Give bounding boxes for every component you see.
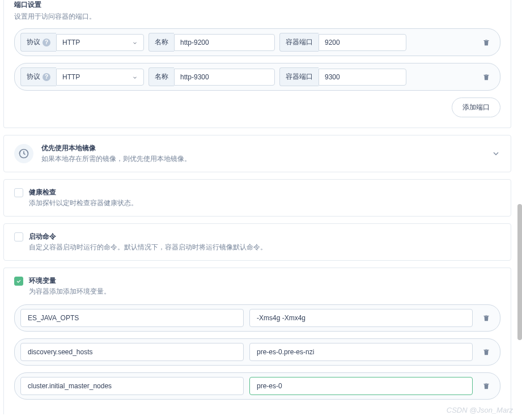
health-check-panel: 健康检查 添加探针以定时检查容器健康状态。 [3,179,511,217]
container-port-label: 容器端口 [279,67,319,86]
scrollbar[interactable] [517,204,522,340]
health-check-title: 健康检查 [29,188,500,197]
env-key-input[interactable] [20,377,244,395]
env-value-input[interactable] [249,343,473,361]
help-icon[interactable]: ? [43,73,50,81]
container-port-label: 容器端口 [279,33,319,52]
local-image-title: 优先使用本地镜像 [41,143,483,153]
startup-cmd-desc: 自定义容器启动时运行的命令。默认情况下，容器启动时将运行镜像默认命令。 [29,243,500,252]
port-row: 协议 ? HTTP 名称 容器端口 [14,28,500,56]
ports-settings-panel: 端口设置 设置用于访问容器的端口。 协议 ? HTTP 名称 容器端口 [3,0,511,128]
chevron-down-icon [132,74,138,80]
startup-cmd-checkbox[interactable] [14,232,23,241]
chevron-down-icon[interactable] [491,149,500,158]
env-var-row [14,338,500,366]
protocol-label: 协议 ? [20,67,56,86]
health-check-checkbox[interactable] [14,188,23,197]
env-key-input[interactable] [20,309,244,327]
port-row: 协议 ? HTTP 名称 容器端口 [14,63,500,91]
ports-desc: 设置用于访问容器的端口。 [14,12,500,22]
local-image-panel[interactable]: 优先使用本地镜像 如果本地存在所需的镜像，则优先使用本地镜像。 [3,135,511,172]
env-vars-title: 环境变量 [29,276,500,286]
clock-icon [14,144,33,163]
startup-cmd-panel: 启动命令 自定义容器启动时运行的命令。默认情况下，容器启动时将运行镜像默认命令。 [3,223,511,261]
env-value-input[interactable] [249,377,473,395]
watermark: CSDN @Json_Marz [447,406,513,414]
name-label: 名称 [148,67,174,86]
container-port-input[interactable] [319,34,406,51]
env-vars-panel: 环境变量 为容器添加添加环境变量。 [3,268,511,414]
protocol-select[interactable]: HTTP [56,34,144,51]
health-check-desc: 添加探针以定时检查容器健康状态。 [29,198,500,208]
chevron-down-icon [132,40,138,45]
add-port-button[interactable]: 添加端口 [452,97,500,117]
protocol-label: 协议 ? [20,33,56,52]
name-label: 名称 [148,33,174,52]
startup-cmd-title: 启动命令 [29,232,500,241]
env-vars-checkbox[interactable] [14,277,23,286]
delete-env-button[interactable] [478,344,494,360]
local-image-desc: 如果本地存在所需的镜像，则优先使用本地镜像。 [41,154,483,164]
help-icon[interactable]: ? [43,39,50,46]
ports-title: 端口设置 [14,0,500,10]
env-var-row [14,372,500,400]
delete-port-button[interactable] [478,69,494,85]
port-name-input[interactable] [174,69,275,86]
protocol-select[interactable]: HTTP [56,69,144,86]
delete-port-button[interactable] [478,35,494,50]
env-key-input[interactable] [20,343,244,361]
env-vars-desc: 为容器添加添加环境变量。 [29,287,500,296]
container-port-input[interactable] [319,69,406,86]
delete-env-button[interactable] [478,378,494,394]
port-name-input[interactable] [174,34,275,51]
delete-env-button[interactable] [478,310,494,326]
env-var-row [14,304,500,332]
env-value-input[interactable] [249,309,473,327]
